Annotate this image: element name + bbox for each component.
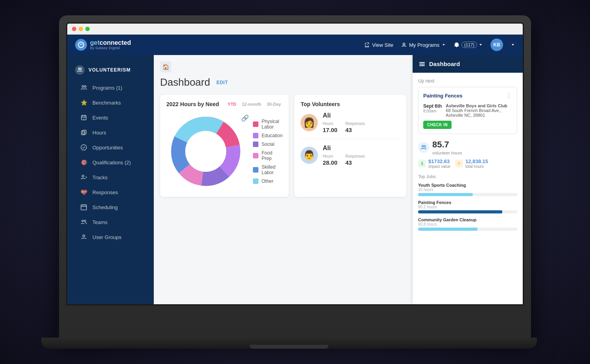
legend-physical-labor: Physical Labor — [253, 119, 282, 130]
impact-value-item: $ $1732.63 impact value — [418, 158, 450, 169]
topbar-right: View Site My Programs (117) — [364, 39, 515, 51]
stats-main: 85.7 volunteer hours — [418, 140, 517, 155]
hours-by-need-card: 2022 Hours by Need YTD 12-month 30-Day — [160, 95, 289, 197]
avatar-chevron-icon — [511, 43, 515, 47]
sidebar-item-qualifications[interactable]: 🎯 Qualifications (2) — [67, 155, 154, 170]
donut-chart: 🔗 — [166, 112, 245, 191]
svg-point-13 — [82, 220, 83, 222]
svg-point-1 — [403, 43, 405, 45]
right-panel: Dashboard Up next Painting Fences ⋮ — [413, 55, 523, 304]
sidebar-item-opportunities[interactable]: Opportunities — [67, 140, 154, 155]
logo-main: getconnected — [90, 39, 131, 46]
sidebar-item-benchmarks[interactable]: ⭐ Benchmarks — [67, 95, 154, 110]
svg-rect-24 — [419, 64, 425, 64]
chart-link-icon[interactable]: 🔗 — [241, 114, 249, 122]
volunteer-info-1: Ali Hours 28.00 — [323, 145, 365, 166]
svg-point-4 — [82, 86, 84, 88]
vol-hours-0: Hours 17.00 — [323, 121, 337, 133]
window-minimize-dot[interactable] — [79, 27, 83, 31]
sidebar-item-scheduling[interactable]: Scheduling — [67, 200, 154, 215]
volunteer-avatar-1: 👨 — [301, 147, 318, 164]
opportunities-icon — [80, 143, 88, 151]
svg-point-11 — [82, 175, 84, 177]
logo: getconnected by Galaxy Digital — [75, 39, 131, 51]
event-card: Painting Fences ⋮ Sept 6th 8:00am — [418, 87, 517, 134]
dollar-icon: $ — [418, 160, 426, 167]
notification-btn[interactable]: (117) — [454, 42, 483, 48]
panel-body: Up next Painting Fences ⋮ — [413, 73, 523, 304]
job-item-1: Painting Fences 80.2 hours — [418, 200, 517, 213]
job-bar-0 — [418, 193, 473, 196]
filter-30day[interactable]: 30-Day — [265, 101, 282, 107]
event-card-header: Painting Fences ⋮ — [423, 92, 512, 99]
svg-text:17: 17 — [83, 118, 85, 120]
sidebar-item-teams[interactable]: Teams — [67, 215, 154, 230]
filter-12month[interactable]: 12-month — [240, 101, 263, 107]
content-area: 🏠 Dashboard EDIT 2022 Hours by Ne — [154, 55, 413, 304]
logo-icon — [75, 39, 87, 51]
my-programs-btn[interactable]: My Programs — [401, 42, 446, 48]
volunteers-card-title: Top Volunteers — [301, 101, 400, 107]
page-title: Dashboard — [160, 76, 210, 88]
stats-row: $ $1732.63 impact value ⏱ — [418, 158, 517, 169]
window-close-dot[interactable] — [72, 27, 76, 31]
benchmarks-icon: ⭐ — [80, 99, 88, 107]
job-item-0: Youth Sports Coaching 15 hours — [418, 183, 517, 196]
chart-area: 🔗 Physical Labor — [166, 112, 282, 191]
legend-social: Social — [253, 142, 282, 147]
svg-point-14 — [84, 220, 86, 222]
vol-responses-1: Responses 43 — [345, 154, 365, 166]
sidebar-item-responses[interactable]: 💝 Responses — [67, 185, 154, 200]
view-site-btn[interactable]: View Site — [364, 42, 393, 48]
page-header: Dashboard EDIT — [160, 76, 406, 88]
edit-button[interactable]: EDIT — [216, 80, 228, 85]
svg-point-22 — [185, 131, 226, 172]
svg-point-15 — [83, 235, 85, 237]
events-icon: 17 — [80, 114, 88, 121]
legend-skilled-labor: Skilled Labor — [253, 164, 282, 175]
sidebar-item-hours[interactable]: Hours — [67, 125, 154, 140]
legend-other: Other — [253, 178, 282, 184]
filter-ytd[interactable]: YTD — [226, 101, 238, 107]
notification-count: (117) — [461, 42, 477, 48]
clock-icon: ⏱ — [455, 160, 463, 167]
window-maximize-dot[interactable] — [85, 27, 90, 31]
event-date-block: Sept 6th 8:00am — [423, 103, 442, 113]
sidebar: VOLUNTEERISM Programs (1) ⭐ Benchmarks — [67, 55, 154, 304]
laptop-base — [41, 338, 537, 349]
event-more-btn[interactable]: ⋮ — [506, 92, 512, 99]
volunteer-item-1: 👨 Ali Hours 28.00 — [301, 145, 400, 166]
svg-point-0 — [78, 42, 84, 48]
user-avatar-btn[interactable]: KB — [490, 39, 503, 51]
volunteer-list: 👩 Ali Hours 17.00 — [301, 112, 400, 166]
panel-menu-icon — [419, 61, 425, 67]
svg-point-3 — [80, 68, 81, 70]
svg-rect-9 — [83, 130, 86, 134]
svg-point-26 — [422, 145, 424, 147]
sidebar-item-events[interactable]: 17 Events — [67, 110, 154, 125]
check-in-button[interactable]: CHECK IN — [423, 121, 452, 129]
legend-education: Education — [253, 133, 282, 138]
sidebar-item-tracks[interactable]: Tracks — [67, 170, 154, 185]
panel-header: Dashboard — [413, 55, 523, 73]
job-bar-bg-2 — [418, 228, 517, 231]
volunteerism-section-icon — [75, 65, 85, 75]
job-bar-bg-1 — [418, 210, 517, 213]
volunteer-hours-icon — [418, 142, 429, 153]
legend-dot-skilled-labor — [253, 167, 258, 173]
hours-card-title: 2022 Hours by Need YTD 12-month 30-Day — [166, 101, 282, 107]
legend-food-prep: Food Prep — [253, 150, 282, 161]
sidebar-item-programs[interactable]: Programs (1) — [67, 80, 154, 95]
home-icon[interactable]: 🏠 — [160, 61, 171, 72]
volunteer-item-0: 👩 Ali Hours 17.00 — [301, 112, 400, 139]
qualifications-icon: 🎯 — [80, 158, 88, 166]
dashboard-grid: 2022 Hours by Need YTD 12-month 30-Day — [160, 95, 406, 197]
svg-point-5 — [85, 86, 86, 87]
legend-dot-food-prep — [253, 153, 258, 158]
time-filters: YTD 12-month 30-Day — [226, 101, 283, 107]
sidebar-item-user-groups[interactable]: User Groups — [67, 230, 154, 245]
up-next-label: Up next — [418, 78, 517, 84]
legend-dot-social — [253, 142, 258, 147]
logo-text: getconnected by Galaxy Digital — [90, 39, 131, 50]
teams-icon — [80, 218, 88, 226]
